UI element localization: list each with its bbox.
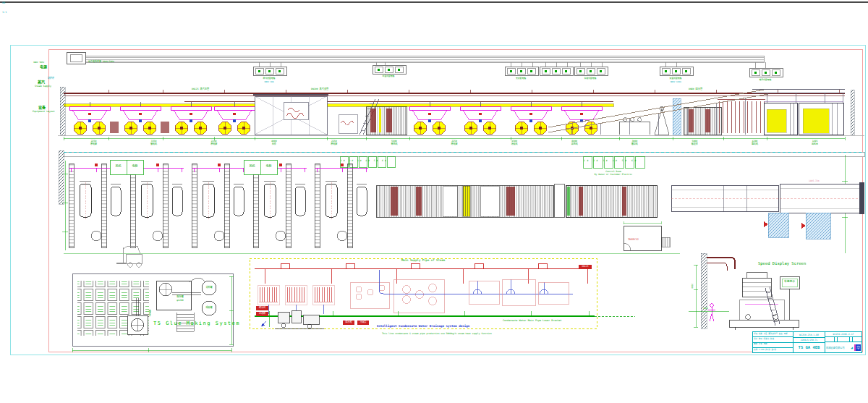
piping-footnote: This line condensate & steam pipe produc… — [382, 333, 492, 335]
tray-box-label: 单面机配电箱 — [368, 75, 409, 77]
revision-tick-grid — [825, 337, 861, 342]
forklift — [116, 246, 142, 267]
title-block-right-column: WJ250-2200-2-1F 机械设备有限公司 ◢ 华 — [825, 332, 861, 352]
company-logo-icon: 华 — [854, 344, 861, 351]
speed-dim-label: 2300 — [691, 284, 693, 289]
fan-room-label: 风机 — [244, 165, 260, 168]
pump-label: 输送泵 — [148, 310, 150, 316]
control-room-note: By Owner or Customer Electric — [579, 174, 648, 176]
equipment-view-label-en: Equipment Layout — [33, 111, 55, 113]
conveyor-note: 1495.72m — [809, 180, 819, 182]
tray-box-label: 天桥配电箱 — [501, 77, 541, 80]
piping-chip-label: 过滤器 — [256, 313, 268, 315]
dimension-label: 5000输送桥 — [665, 140, 725, 145]
title-block: 标记 处数 分区 更改文件号 签名 日期 设计 校对 标准化 批准 审核 工艺 … — [752, 331, 862, 353]
dimension-label: 4500涂胶机 — [485, 140, 545, 145]
revision-row: 标记 处数 分区 更改文件号 签名 日期 — [753, 332, 793, 337]
dimension-label: 5600单面机 — [364, 140, 424, 145]
steam-piping-schematic — [250, 258, 635, 328]
steam-view-label-en: Steam Supply — [35, 85, 51, 88]
speed-display-label: Speed Display Screen — [758, 262, 806, 266]
power-note-label: 380V 50Hz — [33, 61, 44, 64]
tray-box-label: 涂胶机配电箱 — [570, 77, 610, 80]
tray-box-sub-label: 380V 100A — [655, 81, 696, 83]
title-block-revision-table: 标记 处数 分区 更改文件号 签名 日期 设计 校对 标准化 批准 审核 工艺 … — [753, 332, 793, 352]
cable-tray-title: 动力电缆桥架 380V/50Hz — [88, 61, 114, 63]
projection-symbol-icon: ◢ — [851, 345, 853, 349]
steam-pipe-label: DN100 蒸汽支管 — [311, 88, 328, 90]
dimension-label: 3350接纸机 — [124, 140, 184, 145]
dimension-label: 4200堆码机 — [725, 140, 785, 145]
bridge-machine — [253, 95, 379, 135]
revision-row: 审核 工艺 日期 — [753, 343, 793, 348]
piping-chip-label: 回水箱 — [343, 321, 354, 323]
dimension-label: 2250原纸架 — [424, 140, 484, 145]
print-mark-size: A0 — [2, 2, 5, 5]
steam-view-label-zh: 蒸汽 — [38, 80, 45, 84]
dimension-label: 4000天桥 — [244, 140, 304, 145]
title-block-model-column: WJ250-250-1.8B 2200×5/250-7L TS GA 4EB — [793, 332, 825, 352]
dimension-label: 1495出料台 — [785, 140, 845, 145]
drawing-linework — [0, 0, 868, 403]
tray-box-label: 双面机配电箱 — [655, 77, 696, 80]
dimension-row: 2250原纸架 3350接纸机 2250原纸架 4000天桥 2250原纸架 5… — [64, 140, 845, 145]
mixer-label: 搅拌罐 — [171, 296, 190, 298]
piping-chip-label: DN125 — [579, 266, 592, 268]
revision-row: 比例 1:100 共1张 第1张 — [753, 348, 793, 352]
cad-drawing-sheet: A0 1:1 380V 50Hz 电源 锅炉房 蒸汽 Steam Supply … — [0, 0, 868, 403]
mixer-size-label: φ1200 — [171, 300, 190, 302]
speed-display-text: 车速显示 — [782, 280, 797, 283]
room-code-label: TRE8Y12 — [628, 239, 639, 242]
machine-spec: 2200×5/250-7L — [793, 338, 825, 343]
piping-bracket-note: Condensate Water Main Pipe Lower Bracket — [503, 320, 562, 323]
sheet-code: TS GA 4EB — [793, 343, 825, 352]
steam-pipe-label: DN80 回水管 — [689, 88, 702, 90]
steam-pipe-label: DN125 蒸汽主管 — [192, 88, 209, 90]
tray-box-label: 堆码机配电箱 — [745, 79, 786, 81]
fan-room-label: 风机 — [111, 165, 126, 168]
piping-chip-label: 疏水阀 — [256, 307, 268, 309]
fan-room-label: 电柜 — [127, 165, 142, 168]
tank-label: 成胶罐 — [202, 307, 216, 309]
tray-box-sub-label: 380V 60A — [249, 81, 289, 83]
stacker-cabinets — [764, 101, 843, 135]
glue-system-title: T5 Glue Making System — [153, 321, 240, 327]
dimension-label: 3000横切机 — [605, 140, 665, 145]
tank-label: 淀粉罐 — [202, 287, 216, 289]
dimension-label: 8000双面机 — [545, 140, 605, 145]
panel-row-label: 1# 2# 3# 4# 5# 6# — [341, 160, 396, 162]
revision-row: 设计 校对 标准化 批准 — [753, 337, 793, 342]
speed-dim-label: 1500 — [703, 307, 708, 310]
panel-row-label: 1# 2# 3# 4# 5# 6# — [584, 160, 646, 162]
piping-chip-label: 冷凝泵 — [357, 321, 369, 323]
tray-box-label: 原纸架配电箱 — [249, 77, 289, 80]
drawing-number: WJ250-2200-2-1F — [825, 332, 861, 337]
elevation-view — [58, 52, 864, 140]
dimension-label: 2250原纸架 — [184, 140, 244, 145]
print-mark-scale: 1:1 — [2, 12, 7, 14]
power-view-label: 电源 — [40, 65, 47, 69]
fan-room-label: 电柜 — [261, 165, 276, 168]
company-name: 机械设备有限公司 — [826, 346, 845, 349]
dimension-label: 2250原纸架 — [64, 140, 124, 145]
equipment-view-label-zh: 设备 — [38, 106, 46, 109]
piping-system-title: Intelligent Condensate Water Drainage sy… — [360, 325, 486, 328]
boiler-label: 锅炉房 — [48, 77, 54, 80]
dimension-label: 2250原纸架 — [304, 140, 364, 145]
plan-view — [62, 152, 864, 253]
machine-model: WJ250-250-1.8B — [793, 332, 825, 338]
piping-title: Main Supply Pipe of Steam — [362, 259, 485, 262]
